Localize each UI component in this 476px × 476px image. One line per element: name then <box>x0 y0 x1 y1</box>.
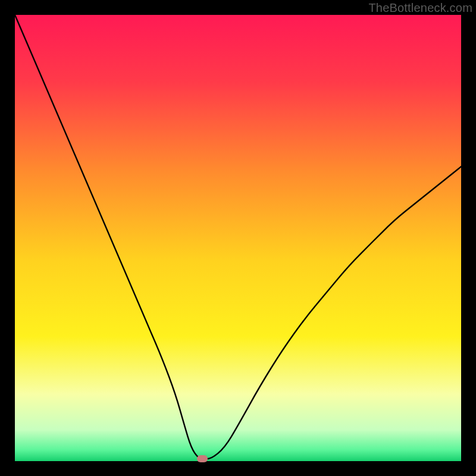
chart-frame: TheBottleneck.com <box>0 0 476 476</box>
gradient-background <box>15 15 461 461</box>
optimum-marker <box>197 455 208 462</box>
chart-plot <box>15 15 461 461</box>
attribution-text: TheBottleneck.com <box>368 1 472 15</box>
